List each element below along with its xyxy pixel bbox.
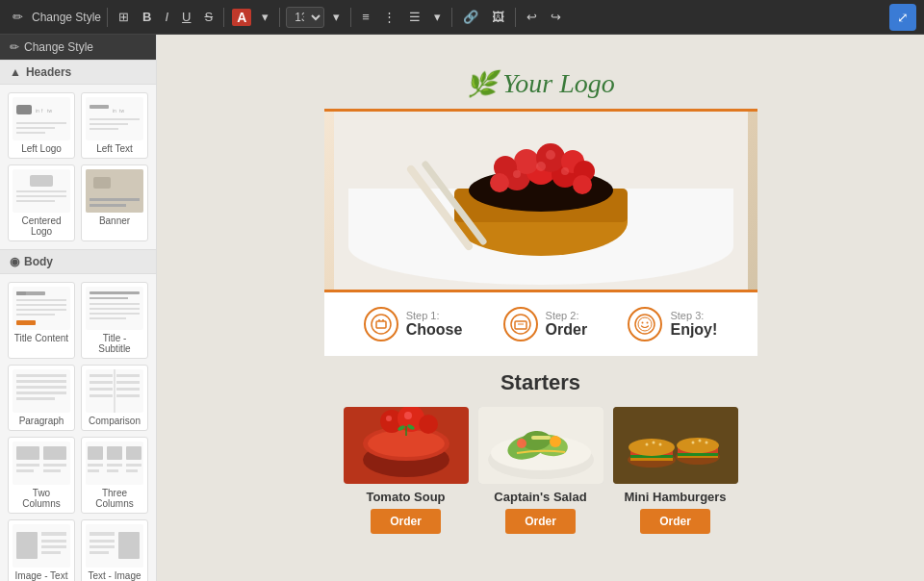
strikethrough-button[interactable]: S	[199, 7, 218, 27]
step-2-icon	[503, 307, 538, 341]
step-1: Step 1: Choose	[364, 307, 463, 341]
banner-thumb	[86, 169, 143, 213]
tomato-soup-image	[344, 407, 469, 484]
image-button[interactable]: 🖼	[487, 7, 509, 27]
svg-point-119	[386, 416, 392, 421]
step-2: Step 2: Order	[503, 307, 588, 341]
svg-rect-26	[16, 314, 55, 316]
svg-point-120	[404, 412, 412, 419]
content-area: 🌿 Your Logo	[157, 35, 924, 581]
svg-rect-42	[116, 381, 140, 384]
italic-button[interactable]: I	[160, 7, 173, 27]
ordered-list-button[interactable]: ⋮	[378, 7, 400, 27]
font-size-select[interactable]: 13141618	[286, 7, 324, 28]
svg-point-147	[658, 443, 661, 446]
steps-section: Step 1: Choose Step 2: Order	[324, 292, 757, 356]
svg-rect-37	[16, 392, 66, 394]
format-icon[interactable]: ⊞	[114, 7, 134, 27]
redo-button[interactable]: ↪	[546, 7, 566, 27]
title-subtitle-label: Title - Subtitle	[86, 333, 143, 354]
color-picker-button[interactable]: A	[230, 7, 253, 28]
mini-hamburgers-order-btn[interactable]: Order	[640, 509, 710, 534]
svg-rect-50	[16, 464, 39, 467]
undo-button[interactable]: ↩	[522, 7, 542, 27]
template-text-image[interactable]: Text - Image	[81, 519, 148, 581]
change-style-label: Change Style	[32, 11, 101, 24]
email-logo-section: 🌿 Your Logo	[324, 54, 757, 109]
step-1-text: Step 1: Choose	[406, 310, 463, 339]
template-banner[interactable]: Banner	[81, 164, 148, 241]
template-comparison[interactable]: Comparison	[81, 365, 148, 431]
svg-point-146	[652, 442, 654, 444]
template-title-subtitle[interactable]: Title - Subtitle	[81, 282, 148, 359]
captains-salad-name: Captain's Salad	[478, 490, 603, 504]
text-image-label: Text - Image	[88, 570, 141, 581]
toolbar-divider-3	[279, 8, 280, 27]
template-paragraph[interactable]: Paragraph	[8, 365, 75, 431]
template-three-columns[interactable]: Three Columns	[81, 437, 148, 514]
svg-rect-16	[16, 200, 55, 202]
svg-rect-4	[16, 122, 66, 124]
svg-rect-132	[531, 436, 551, 440]
svg-point-97	[561, 167, 569, 175]
svg-rect-48	[16, 446, 39, 460]
svg-point-93	[490, 173, 509, 192]
svg-point-101	[372, 315, 391, 334]
svg-rect-46	[116, 394, 140, 397]
svg-point-98	[546, 150, 555, 160]
template-left-text[interactable]: in tw Left Text	[81, 92, 148, 159]
align-button[interactable]: ☰	[404, 7, 425, 27]
color-dropdown-arrow[interactable]: ▾	[257, 7, 273, 27]
captains-salad-order-btn[interactable]: Order	[505, 509, 576, 534]
svg-rect-36	[16, 386, 66, 389]
step-3-icon	[628, 307, 662, 341]
svg-rect-59	[107, 464, 122, 467]
svg-rect-6	[16, 132, 45, 134]
toolbar-divider-2	[223, 8, 224, 27]
starters-title: Starters	[324, 370, 757, 395]
step-3-text: Step 3: Enjoy!	[670, 310, 717, 339]
align-dropdown[interactable]: ▾	[429, 7, 446, 27]
pen-icon[interactable]: ✏	[8, 7, 28, 27]
svg-rect-60	[107, 469, 118, 472]
main-area: ✏ Change Style ▲ Headers in f tw	[0, 35, 924, 581]
svg-point-109	[638, 317, 652, 331]
svg-rect-71	[90, 545, 115, 548]
tomato-soup-order-btn[interactable]: Order	[371, 509, 441, 534]
svg-rect-41	[90, 381, 113, 384]
svg-rect-56	[126, 446, 141, 460]
template-title-content[interactable]: Title Content	[8, 282, 75, 359]
expand-button[interactable]: ⤢	[889, 4, 916, 31]
link-button[interactable]: 🔗	[458, 7, 483, 27]
svg-rect-35	[16, 380, 66, 383]
svg-rect-14	[16, 190, 66, 192]
svg-rect-22	[16, 291, 26, 295]
template-centered-logo[interactable]: Centered Logo	[8, 164, 75, 241]
svg-point-88	[514, 149, 539, 174]
template-two-columns[interactable]: Two Columns	[8, 437, 75, 514]
underline-button[interactable]: U	[177, 7, 195, 27]
svg-text:in: in	[36, 108, 39, 114]
template-left-logo[interactable]: in f tw Left Logo	[8, 92, 75, 159]
sidebar: ✏ Change Style ▲ Headers in f tw	[0, 35, 157, 581]
svg-rect-57	[88, 464, 103, 467]
bold-button[interactable]: B	[138, 7, 156, 27]
font-size-dropdown[interactable]: ▾	[328, 7, 345, 27]
step-1-num: Step 1:	[406, 310, 463, 321]
color-a-label: A	[232, 9, 251, 26]
headers-section-header: ▲ Headers	[0, 60, 156, 85]
unordered-list-button[interactable]: ≡	[357, 7, 374, 27]
svg-text:f: f	[41, 108, 43, 114]
svg-rect-30	[90, 303, 140, 305]
svg-rect-72	[90, 551, 109, 554]
starter-mini-hamburgers: Mini Hamburgers Order	[613, 407, 738, 534]
banner-label: Banner	[99, 215, 130, 226]
template-image-text[interactable]: Image - Text	[8, 519, 75, 581]
svg-rect-40	[116, 374, 140, 377]
left-text-thumb: in tw	[86, 97, 143, 140]
svg-rect-31	[90, 308, 140, 310]
svg-point-118	[419, 415, 438, 434]
change-style-panel[interactable]: ✏ Change Style	[0, 35, 156, 60]
svg-rect-65	[41, 540, 66, 543]
body-icon: ◉	[10, 255, 19, 268]
